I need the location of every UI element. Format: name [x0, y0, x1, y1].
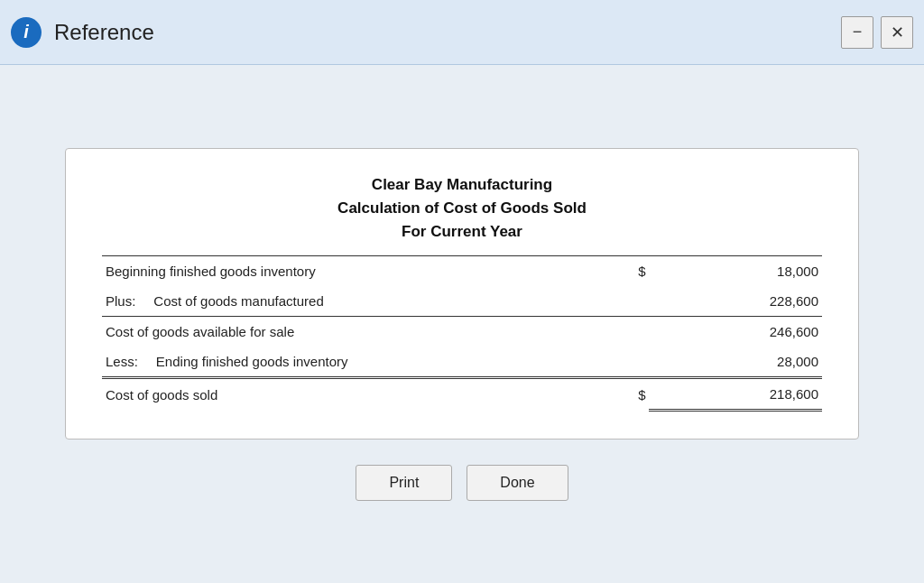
table-row: Plus:Cost of goods manufactured228,600 — [102, 286, 822, 317]
row-dollar-sign — [606, 347, 650, 378]
row-amount: 18,000 — [649, 256, 822, 286]
report-period: For Current Year — [102, 223, 822, 241]
report-title: Calculation of Cost of Goods Sold — [102, 199, 822, 217]
row-label: Beginning finished goods inventory — [102, 256, 606, 286]
row-amount: 246,600 — [649, 316, 822, 347]
row-amount: 228,600 — [649, 286, 822, 317]
row-label: Plus:Cost of goods manufactured — [102, 286, 606, 317]
title-bar: i Reference − ✕ — [0, 0, 924, 65]
table-row: Cost of goods available for sale246,600 — [102, 316, 822, 347]
done-button[interactable]: Done — [467, 465, 568, 501]
info-icon: i — [11, 17, 42, 48]
window-title: Reference — [54, 20, 154, 45]
account-table: Beginning finished goods inventory$18,00… — [102, 256, 822, 412]
title-left: i Reference — [11, 17, 154, 48]
row-amount: 28,000 — [649, 347, 822, 378]
table-row: Less:Ending finished goods inventory28,0… — [102, 347, 822, 378]
minimize-button[interactable]: − — [841, 16, 873, 49]
row-label: Cost of goods sold — [102, 377, 606, 410]
print-button[interactable]: Print — [356, 465, 452, 501]
row-amount: 218,600 — [649, 377, 822, 410]
window-controls: − ✕ — [841, 16, 913, 49]
close-button[interactable]: ✕ — [881, 16, 913, 49]
row-label: Cost of goods available for sale — [102, 316, 606, 347]
row-dollar-sign — [606, 286, 650, 317]
row-label: Less:Ending finished goods inventory — [102, 347, 606, 378]
row-dollar-sign: $ — [606, 377, 650, 410]
row-dollar-sign — [606, 316, 650, 347]
button-row: Print Done — [356, 465, 568, 501]
document-box: Clear Bay Manufacturing Calculation of C… — [65, 148, 859, 440]
company-name: Clear Bay Manufacturing — [102, 176, 822, 194]
table-row: Cost of goods sold$218,600 — [102, 377, 822, 410]
document-header: Clear Bay Manufacturing Calculation of C… — [102, 176, 822, 241]
table-row: Beginning finished goods inventory$18,00… — [102, 256, 822, 286]
row-dollar-sign: $ — [606, 256, 650, 286]
main-content: Clear Bay Manufacturing Calculation of C… — [0, 65, 924, 583]
